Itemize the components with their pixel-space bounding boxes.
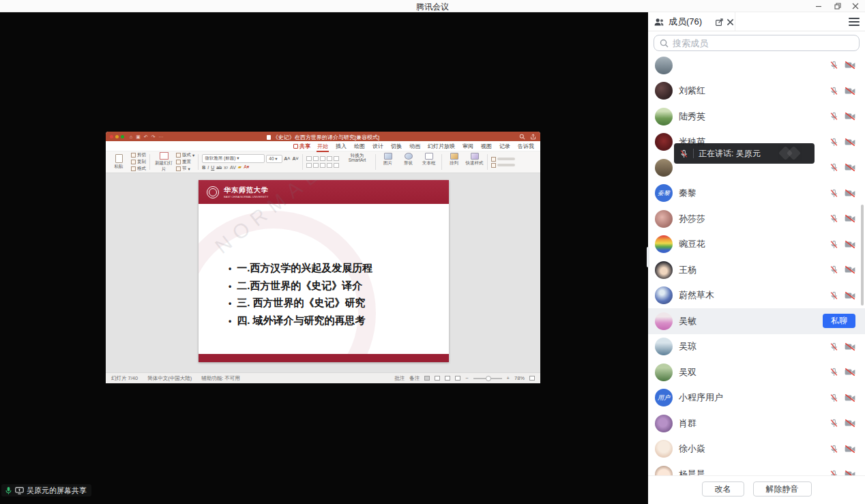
reset-button[interactable]: 重置 <box>176 159 194 165</box>
camera-off-icon[interactable] <box>845 138 855 147</box>
mic-muted-icon[interactable] <box>830 189 838 198</box>
ppt-menu-tab[interactable]: 设计 <box>372 141 384 151</box>
search-icon[interactable] <box>519 134 525 140</box>
redo-icon[interactable]: ↷ <box>151 134 156 139</box>
unmute-button[interactable]: 解除静音 <box>753 481 812 496</box>
home-icon[interactable]: ⌂ <box>130 134 132 139</box>
slideshow-icon[interactable] <box>455 376 460 381</box>
section-button[interactable]: 节 ▾ <box>176 166 194 172</box>
member-row[interactable]: 蔚然草木 <box>648 283 865 309</box>
member-row[interactable]: 吴琼 <box>648 334 865 360</box>
member-list[interactable]: 刘紫红 <box>648 53 865 475</box>
member-row[interactable]: 孙莎莎 <box>648 206 865 232</box>
camera-off-icon[interactable] <box>845 240 855 249</box>
traffic-zoom-icon[interactable] <box>121 135 124 138</box>
mic-muted-icon[interactable] <box>830 240 838 249</box>
align-right-icon[interactable] <box>320 163 325 168</box>
quick-styles-button[interactable]: 快速样式 <box>466 153 484 171</box>
strikethrough-button[interactable]: ab <box>216 165 222 170</box>
fit-slide-icon[interactable] <box>529 376 535 381</box>
indent-increase-icon[interactable] <box>327 156 332 161</box>
superscript-button[interactable]: x² <box>224 165 228 170</box>
member-row[interactable]: 肖群 <box>648 411 865 436</box>
reading-view-icon[interactable] <box>445 376 450 381</box>
member-row[interactable]: 徐小焱 <box>648 436 865 462</box>
align-center-icon[interactable] <box>313 163 319 168</box>
traffic-minimize-icon[interactable] <box>115 135 119 138</box>
selection-pane-icon[interactable] <box>491 163 496 168</box>
mic-muted-icon[interactable] <box>830 61 838 70</box>
bullets-icon[interactable] <box>306 156 312 161</box>
member-row[interactable]: 陆秀英 <box>648 104 865 130</box>
mic-muted-icon[interactable] <box>830 342 838 351</box>
camera-off-icon[interactable] <box>845 265 855 274</box>
camera-off-icon[interactable] <box>845 61 855 70</box>
indent-decrease-icon[interactable] <box>320 156 325 161</box>
numbering-icon[interactable] <box>313 156 319 161</box>
highlight-color-button[interactable]: ▰ <box>238 164 241 170</box>
ppt-menu-tab[interactable]: 记录 <box>499 141 511 151</box>
restore-button[interactable] <box>833 1 842 11</box>
camera-off-icon[interactable] <box>845 419 855 428</box>
ppt-menu-tab[interactable]: 切换 <box>390 141 402 151</box>
char-spacing-button[interactable]: AV <box>230 165 236 170</box>
member-row[interactable]: 王杨 <box>648 257 865 283</box>
member-row[interactable]: 用户 小程序用户 <box>648 385 865 411</box>
align-left-icon[interactable] <box>306 163 312 168</box>
ppt-menu-tab[interactable]: 告诉我 <box>517 141 535 151</box>
member-row[interactable]: 刘紫红 <box>648 78 865 104</box>
mic-muted-icon[interactable] <box>830 368 838 376</box>
camera-off-icon[interactable] <box>845 291 855 300</box>
camera-off-icon[interactable] <box>845 445 855 454</box>
share-document-icon[interactable] <box>530 134 536 140</box>
save-icon[interactable]: ▣ <box>136 134 141 139</box>
mic-muted-icon[interactable] <box>830 470 838 475</box>
camera-off-icon[interactable] <box>845 214 855 223</box>
ppt-menu-tab[interactable]: 审阅 <box>462 141 474 151</box>
mic-muted-icon[interactable] <box>830 419 838 428</box>
member-row[interactable]: 杨晨晨 <box>648 462 865 475</box>
mic-muted-icon[interactable] <box>830 291 838 300</box>
zoom-percent[interactable]: 78% <box>514 375 525 381</box>
camera-off-icon[interactable] <box>845 163 855 172</box>
text-direction-icon[interactable] <box>334 163 339 168</box>
ppt-menu-tab[interactable]: 幻灯片放映 <box>427 141 456 151</box>
slide-sorter-icon[interactable] <box>435 376 440 381</box>
zoom-in-icon[interactable]: + <box>507 375 510 381</box>
screen-share-badge[interactable]: 吴原元的屏幕共享 <box>1 484 91 496</box>
camera-off-icon[interactable] <box>845 112 855 121</box>
close-panel-icon[interactable] <box>724 16 735 27</box>
italic-button[interactable]: I <box>207 165 209 170</box>
justify-icon[interactable] <box>327 163 332 168</box>
ppt-menu-tab[interactable]: 绘图 <box>353 141 366 151</box>
zoom-knob[interactable] <box>486 376 491 381</box>
zoom-slider[interactable] <box>473 378 502 379</box>
notes-button[interactable]: 备注 <box>409 375 420 382</box>
bold-button[interactable]: B <box>202 165 205 170</box>
mic-muted-icon[interactable] <box>830 214 838 223</box>
rename-button[interactable]: 改名 <box>702 481 744 496</box>
mic-muted-icon[interactable] <box>830 138 838 147</box>
insert-picture-button[interactable]: 图片 <box>379 153 397 171</box>
layout-button[interactable]: 版式 ▾ <box>176 152 194 158</box>
arrange-button[interactable]: 排列 <box>445 153 463 171</box>
more-icon[interactable]: ⋯ <box>159 134 164 139</box>
zoom-out-icon[interactable]: − <box>465 375 468 381</box>
member-row[interactable]: 吴敏 私聊 <box>648 308 865 334</box>
ppt-menu-tab[interactable]: 动画 <box>409 141 421 151</box>
insert-textbox-button[interactable]: 文本框 <box>420 153 438 171</box>
format-painter-button[interactable]: 格式 <box>131 166 146 172</box>
ppt-share-button[interactable]: 共享 <box>293 143 310 150</box>
line-spacing-icon[interactable] <box>334 156 339 161</box>
camera-off-icon[interactable] <box>845 470 855 475</box>
grow-font-button[interactable]: A˄ <box>284 156 290 161</box>
mic-muted-icon[interactable] <box>830 445 838 454</box>
camera-off-icon[interactable] <box>845 87 855 95</box>
format-pane-icon[interactable] <box>491 157 496 162</box>
member-row[interactable] <box>648 53 865 78</box>
scrollbar-thumb[interactable] <box>861 205 864 306</box>
member-row[interactable]: 吴双 <box>648 359 865 385</box>
camera-off-icon[interactable] <box>845 394 855 402</box>
search-box[interactable] <box>654 35 860 51</box>
font-name-combo[interactable]: 微软雅黑 (标题) ▾ <box>202 154 265 163</box>
